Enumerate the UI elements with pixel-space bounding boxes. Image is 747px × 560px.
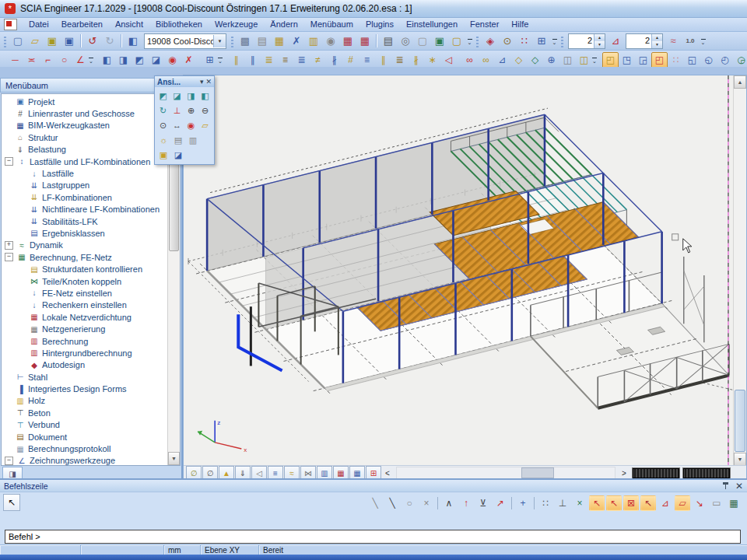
snap-delete[interactable]: × — [419, 495, 434, 511]
tree-item[interactable]: ⊤Verbund — [2, 419, 167, 431]
menu-menbaum[interactable]: Menübaum — [304, 19, 359, 30]
tree-item[interactable]: #Linienraster und Geschosse — [2, 107, 167, 119]
menu-ndern[interactable]: Ändern — [264, 19, 303, 30]
view-x-button[interactable]: ◩ — [156, 89, 170, 103]
supports-tool[interactable]: ▦ — [339, 33, 356, 50]
member-tool-7[interactable]: ∦ — [326, 52, 342, 68]
snap-clear-button[interactable]: × — [572, 495, 587, 511]
node-display-tool[interactable]: ⊿ — [607, 33, 624, 50]
coordinate-input-button[interactable]: + — [515, 495, 531, 511]
scrollbar-thumb[interactable] — [735, 390, 745, 452]
selection-cursor-button[interactable]: ↖ — [3, 494, 20, 511]
tree-item[interactable]: ⊢Stahl — [2, 371, 167, 383]
snap-arc-toggle[interactable]: ↘ — [692, 495, 707, 511]
load-scale-spinner[interactable]: 2▲▼ — [626, 33, 663, 49]
tree-item[interactable]: −▦Berechnung, FE-Netz — [2, 251, 167, 263]
rotate-view-button[interactable]: ↻ — [156, 103, 170, 117]
tree-item[interactable]: ⋈Teile/Knoten koppeln — [2, 275, 167, 287]
layers-tool[interactable]: ▤ — [254, 33, 271, 50]
tree-item[interactable]: ▤Dokument — [2, 431, 167, 443]
spinner-down-icon[interactable]: ▼ — [652, 41, 662, 48]
open-layer-tool[interactable]: ⊞ — [202, 52, 218, 68]
tree-expand-icon[interactable]: − — [5, 253, 13, 261]
member-tool-9[interactable]: ≡ — [359, 52, 375, 68]
tree-expand-icon[interactable]: − — [5, 457, 13, 465]
member-tool-4[interactable]: ≡ — [277, 52, 293, 68]
new-project-button[interactable]: ▢ — [9, 33, 26, 50]
deformation-scale-tool[interactable]: ≈ — [665, 33, 682, 50]
combo-dropdown-icon[interactable]: ▼ — [213, 35, 226, 47]
mirror-tool[interactable]: ◩ — [132, 52, 148, 68]
connect-tool-6[interactable]: ⊕ — [543, 52, 559, 68]
connect-tool-1[interactable]: ∞ — [461, 52, 478, 68]
scale-value-tool[interactable]: 1.0 — [682, 33, 699, 50]
menu-fenster[interactable]: Fenster — [464, 19, 505, 30]
view-toggle-9[interactable]: ◶ — [733, 52, 747, 68]
snap-endpoint-toggle[interactable]: ↖ — [606, 495, 622, 511]
snap-orthogonal-toggle[interactable]: ↖ — [640, 495, 656, 511]
member-tool-5[interactable]: ≣ — [293, 52, 310, 68]
zoom-out-button[interactable]: ⊖ — [198, 103, 212, 117]
light-button[interactable]: ☼ — [156, 133, 170, 147]
tree-item[interactable]: −↕Lastfälle und LF-Kombinationen — [2, 156, 167, 167]
render-wireframe-button[interactable]: ▤ — [171, 133, 185, 147]
tree-item[interactable]: ▥Berechnung — [2, 335, 167, 347]
command-input[interactable]: Befehl > — [5, 530, 741, 544]
angle-mode-1[interactable]: ∧ — [441, 495, 457, 511]
status-plane[interactable]: Ebene XY — [201, 545, 259, 555]
member-tool-3[interactable]: ≣ — [261, 52, 277, 68]
polyline-tool[interactable]: ⌐ — [40, 52, 56, 68]
zoom-previous-button[interactable]: ◉ — [184, 118, 198, 132]
view-toggle-7[interactable]: ◵ — [700, 52, 717, 68]
view-toggle-1[interactable]: ◰ — [602, 52, 619, 68]
active-project-combobox[interactable]: 19008 Cool-Discou▼ — [144, 33, 226, 49]
spinner-up-icon[interactable]: ▲ — [594, 34, 605, 42]
quick-info-tool[interactable]: ⊞ — [533, 33, 550, 50]
tree-item[interactable]: ▦Berechnungsprotokoll — [2, 443, 167, 454]
scroll-down-icon[interactable]: ▼ — [168, 452, 180, 465]
zoom-document-tool[interactable]: ⊙ — [499, 33, 516, 50]
connect-tool-3[interactable]: ⊿ — [494, 52, 510, 68]
render-solid-button[interactable]: ▥ — [186, 133, 200, 147]
calculator-tool[interactable]: ▩ — [237, 33, 254, 50]
tree-item[interactable]: ▥Hintergrundberechnung — [2, 347, 167, 359]
structure-scale-spinner[interactable]: 2▲▼ — [568, 33, 605, 49]
scroll-down-icon[interactable]: ▼ — [734, 453, 746, 466]
zoom-selection-button[interactable]: ▱ — [198, 118, 212, 132]
overflow-chevron-icon[interactable]: ⌄ — [465, 34, 474, 48]
mdi-document-icon[interactable] — [4, 19, 17, 30]
snap-tangent-toggle[interactable]: ⊿ — [658, 495, 673, 511]
grid-snap-settings[interactable]: ∷ — [516, 33, 533, 50]
view-y-button[interactable]: ◪ — [170, 89, 184, 103]
view-toggle-4[interactable]: ◰ — [651, 52, 668, 68]
overflow-chevron-icon[interactable]: ⌄ — [699, 34, 707, 48]
tree-item[interactable]: −∠Zeichnungswerkzeuge — [2, 455, 167, 465]
spinner-value[interactable]: 2 — [626, 34, 651, 48]
tree-item[interactable]: ⇊LF-Kombinationen — [2, 191, 167, 203]
picture-button[interactable]: ▢ — [448, 33, 465, 50]
member-tool-12[interactable]: ∦ — [408, 52, 424, 68]
member-tool-8[interactable]: # — [342, 52, 359, 68]
spinner-value[interactable]: 2 — [569, 34, 594, 48]
snap-line-2[interactable]: ╲ — [384, 495, 400, 511]
tree-item[interactable]: ↓Rechenkern einstellen — [2, 299, 167, 311]
hinges-tool[interactable]: ▦ — [356, 33, 374, 50]
member-tool-13[interactable]: ∗ — [424, 52, 440, 68]
menu-plugins[interactable]: Plugins — [359, 19, 400, 30]
tree-item[interactable]: ▤Ergebnisklassen — [2, 227, 167, 239]
tree-item[interactable]: ⇊Nichtlineare LF-Kombinationen — [2, 204, 167, 215]
scroll-left-icon[interactable]: < — [382, 469, 393, 478]
menu-bibliotheken[interactable]: Bibliotheken — [149, 19, 209, 30]
circle-tool[interactable]: ○ — [56, 52, 72, 68]
clipping-box-button[interactable]: ▣ — [156, 148, 170, 162]
overflow-chevron-icon[interactable]: ⌄ — [218, 53, 223, 67]
close-icon[interactable]: ✕ — [205, 78, 212, 86]
set-ucs-button[interactable]: ⊥ — [170, 103, 184, 117]
member-tool-10[interactable]: ∥ — [375, 52, 391, 68]
model-viewport[interactable]: z x — [184, 75, 734, 466]
chevron-down-icon[interactable]: ▾ — [200, 78, 204, 86]
view-axo-button[interactable]: ◧ — [198, 89, 212, 103]
redo-button[interactable]: ↻ — [101, 33, 118, 50]
view-toggle-6[interactable]: ◱ — [684, 52, 700, 68]
overflow-chevron-icon[interactable]: ⌄ — [89, 53, 93, 67]
